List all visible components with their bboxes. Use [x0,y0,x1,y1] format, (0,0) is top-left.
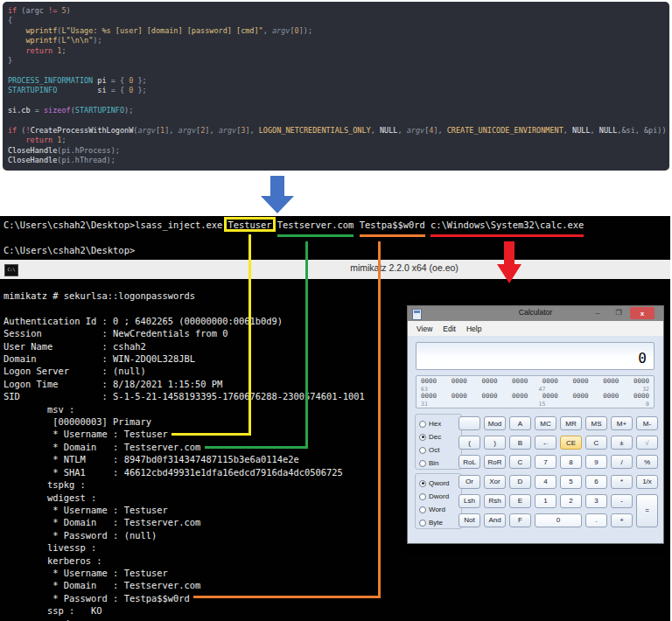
code-line: if (!CreateProcessWithLogonW(argv[1], ar… [8,126,667,136]
calc-key-1/x[interactable]: 1/x [636,475,658,489]
radio-icon [419,447,426,454]
connector-password-vertical [378,241,381,598]
radio-icon [419,421,426,428]
calc-key-.[interactable]: . [585,513,607,527]
radio-hex[interactable]: Hex [419,417,461,430]
calc-display-value: 0 [638,350,647,366]
calc-key-+[interactable]: + [611,513,633,527]
menu-item-view[interactable]: View [411,324,438,333]
calc-key-=[interactable]: = [636,494,658,527]
calc-key-6[interactable]: 6 [585,475,607,489]
code-line: { [8,16,667,25]
bit-label-row: 31150 [416,401,654,408]
radio-label: Oct [429,446,439,454]
code-line: CloseHandle(pi.hThread); [8,156,667,165]
calc-display: 0 [416,342,654,370]
calc-key-Or[interactable]: Or [458,475,480,489]
calc-key-3[interactable]: 3 [585,494,607,508]
calc-key-%[interactable]: % [636,455,658,469]
calc-key-/[interactable]: / [611,455,633,469]
radio-word[interactable]: Word [419,503,461,516]
bit-toggle-panel[interactable]: 0000000000000000000000000000000063473200… [416,375,654,408]
mimikatz-titlebar[interactable]: C:\ mimikatz 2.2.0 x64 (oe.eo) [0,260,670,279]
code-editor-panel: if (argc != 5){ wprintf(L"Usage: %s [use… [3,2,669,171]
code-line: wprintf(L"Usage: %s [user] [domain] [pas… [8,26,667,36]
radio-dword[interactable]: Dword [419,490,461,503]
calc-key-4[interactable]: 4 [535,475,556,489]
calc-key-([interactable]: ( [458,436,480,450]
calc-key-B[interactable]: B [509,436,531,450]
menu-item-help[interactable]: Help [461,324,486,333]
radio-label: Hex [429,420,441,428]
code-line: wprintf(L"\n\n"); [8,36,667,45]
radio-qword[interactable]: Qword [419,477,461,490]
calc-key-M+[interactable]: M+ [611,416,633,430]
calc-keypad: ModAMCMRMSM+M-()B←CEC±√RoLRoRC789/%OrXor… [458,416,658,527]
minimize-button[interactable]: – [588,306,607,319]
calc-key-8[interactable]: 8 [560,455,582,469]
radio-byte[interactable]: Byte [419,516,461,529]
source-code: if (argc != 5){ wprintf(L"Usage: %s [use… [8,6,667,166]
calc-key-0[interactable]: 0 [535,513,582,527]
calc-key-2[interactable]: 2 [560,494,582,508]
calc-key-C[interactable]: C [509,455,531,469]
calc-key-C[interactable]: C [585,436,607,450]
calc-key-D[interactable]: D [509,475,531,489]
calc-key--[interactable]: - [611,494,633,508]
calc-key-M-[interactable]: M- [636,416,658,430]
radio-icon [419,460,426,467]
calc-key-±[interactable]: ± [611,436,633,450]
close-button[interactable]: x [630,307,654,319]
calc-key-MR[interactable]: MR [560,416,582,430]
number-base-group: HexDecOctBin [415,414,462,470]
calc-key-7[interactable]: 7 [535,455,556,469]
radio-bin[interactable]: Bin [419,457,461,470]
calc-key-F[interactable]: F [509,513,531,527]
calc-key-Not[interactable]: Not [458,513,480,527]
radio-label: Bin [429,459,439,467]
calc-key-5[interactable]: 5 [560,475,582,489]
calculator-window: Calculator – ❐ x View Edit Help 0 000000… [407,305,664,544]
calc-key-9[interactable]: 9 [585,455,607,469]
calc-key-And[interactable]: And [484,513,506,527]
radio-icon [419,520,426,527]
calc-key-Mod[interactable]: Mod [484,416,506,430]
calc-key-A[interactable]: A [509,416,531,430]
calc-key-MC[interactable]: MC [535,416,556,430]
calc-key-RoL[interactable]: RoL [458,455,480,469]
radio-icon [419,493,426,500]
calc-key-blank[interactable] [458,416,480,430]
code-line: return 1; [8,136,667,145]
calc-key-RoR[interactable]: RoR [484,455,506,469]
console-title: mimikatz 2.2.0 x64 (oe.eo) [350,262,458,273]
calc-titlebar[interactable]: Calculator – ❐ x [408,306,663,321]
calc-key-MS[interactable]: MS [585,416,607,430]
code-line: CloseHandle(pi.hProcess); [8,146,667,156]
calc-key-←[interactable]: ← [535,436,556,450]
radio-icon [419,480,426,487]
code-line: return 1; [8,46,667,56]
calc-key-Xor[interactable]: Xor [484,475,506,489]
mimikatz-output: mimikatz # sekurlsa::logonpasswords Auth… [4,290,365,621]
code-line [8,96,667,106]
maximize-button[interactable]: ❐ [609,306,628,319]
arg-username: Testuser [228,220,271,230]
calc-key-)[interactable]: ) [484,436,506,450]
radio-oct[interactable]: Oct [419,443,461,457]
radio-icon [419,506,426,513]
calc-key-*[interactable]: * [611,475,633,489]
arg-password: Testpa$$w0rd [360,220,425,230]
calc-key-Lsh[interactable]: Lsh [458,494,480,508]
bit-digit-row[interactable]: 00000000000000000000000000000000 [416,378,654,386]
bit-digit-row[interactable]: 00000000000000000000000000000000 [416,393,654,401]
radio-dec[interactable]: Dec [419,430,461,443]
connector-username-horizontal [172,433,251,436]
calc-key-√[interactable]: √ [636,436,658,450]
calc-key-1[interactable]: 1 [535,494,556,508]
connector-domain-vertical [305,241,308,449]
calc-key-CE[interactable]: CE [560,436,582,450]
calc-key-E[interactable]: E [509,494,531,508]
radio-label: Dec [429,433,441,441]
calc-key-Rsh[interactable]: Rsh [484,494,506,508]
menu-item-edit[interactable]: Edit [438,324,461,333]
